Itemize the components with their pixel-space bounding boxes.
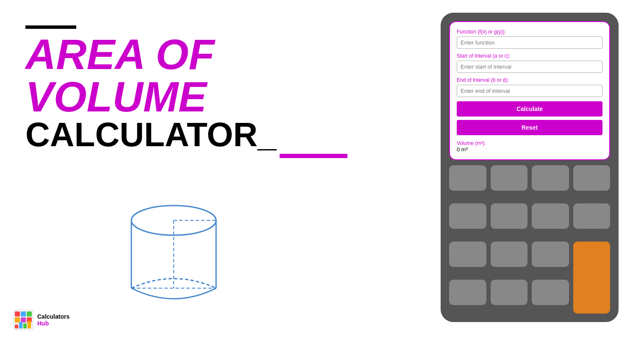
cylinder-illustration: [119, 195, 229, 314]
calculator-device: Function (f(x) or g(y)): Start of Interv…: [441, 13, 619, 322]
key-2[interactable]: [491, 165, 528, 191]
key-6[interactable]: [491, 203, 528, 229]
logo-hub-text: Hub: [37, 320, 69, 327]
svg-rect-9: [27, 311, 32, 317]
key-4[interactable]: [573, 165, 611, 191]
volume-label: Volume (m³):: [457, 140, 602, 146]
key-13[interactable]: [491, 280, 528, 305]
function-input[interactable]: [457, 36, 602, 49]
calculator-screen: Function (f(x) or g(y)): Start of Interv…: [449, 21, 610, 160]
svg-rect-15: [23, 323, 27, 328]
key-3[interactable]: [532, 165, 569, 191]
key-10[interactable]: [491, 242, 528, 267]
end-label: End of Interval (b or d):: [457, 77, 602, 83]
key-orange[interactable]: [573, 242, 611, 314]
end-interval-input[interactable]: [457, 85, 602, 97]
key-12[interactable]: [449, 280, 486, 305]
svg-rect-16: [28, 321, 31, 328]
key-8[interactable]: [573, 203, 611, 229]
key-14[interactable]: [532, 280, 569, 305]
svg-rect-14: [19, 322, 22, 328]
key-11[interactable]: [532, 242, 569, 267]
svg-rect-10: [15, 317, 20, 322]
svg-rect-11: [21, 317, 26, 322]
keypad: [449, 165, 610, 314]
start-label: Start of Interval (a or c):: [457, 53, 602, 59]
logo-container: Calculators Hub: [13, 309, 69, 331]
volume-value: 0 m³: [457, 146, 602, 153]
calculate-button[interactable]: Calculate: [457, 101, 602, 117]
title-calculator: CALCULATOR_: [25, 118, 322, 152]
function-label: Function (f(x) or g(y)):: [457, 29, 602, 35]
start-interval-input[interactable]: [457, 61, 602, 73]
svg-rect-8: [21, 311, 26, 317]
top-bar-decoration: [25, 25, 76, 29]
reset-button[interactable]: Reset: [457, 120, 602, 135]
title-volume: VOLUME: [25, 75, 322, 118]
key-9[interactable]: [449, 242, 486, 267]
title-area-of: AREA OF: [25, 33, 322, 75]
svg-rect-7: [15, 311, 20, 317]
logo-calculators-text: Calculators: [37, 313, 69, 320]
key-7[interactable]: [532, 203, 569, 229]
left-section: AREA OF VOLUME CALCULATOR_: [25, 25, 322, 152]
key-5[interactable]: [449, 203, 486, 229]
svg-rect-13: [15, 325, 18, 328]
logo-icon: [13, 309, 34, 331]
logo-text: Calculators Hub: [37, 313, 69, 327]
key-1[interactable]: [449, 165, 486, 191]
